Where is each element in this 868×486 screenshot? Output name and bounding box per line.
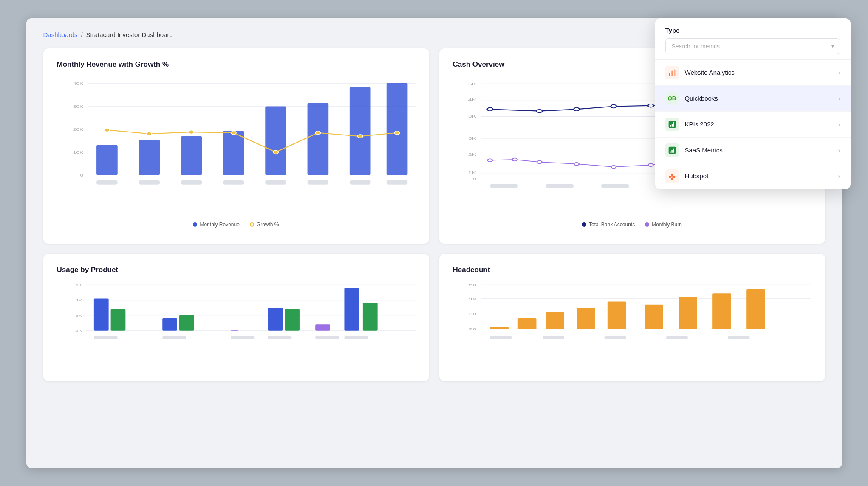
svg-point-20 <box>189 130 194 133</box>
svg-text:30K: 30K <box>73 104 83 108</box>
svg-rect-119 <box>669 73 670 76</box>
dropdown-item-saas-metrics[interactable]: SaaS Metrics › <box>655 138 851 163</box>
svg-point-24 <box>357 134 362 138</box>
svg-text:10K: 10K <box>73 150 83 154</box>
dropdown-item-kpis2022[interactable]: KPIs 2022 › <box>655 112 851 138</box>
svg-rect-127 <box>670 151 671 152</box>
svg-point-59 <box>574 162 579 165</box>
svg-rect-89 <box>344 288 359 330</box>
svg-text:1K: 1K <box>468 170 476 175</box>
breadcrumb-current-page: Stratacard Investor Dashboard <box>86 31 173 38</box>
headcount-title: Headcount <box>453 266 811 274</box>
svg-rect-109 <box>607 301 626 329</box>
svg-rect-92 <box>162 336 186 339</box>
svg-rect-26 <box>96 180 118 184</box>
svg-rect-110 <box>645 304 663 329</box>
svg-point-48 <box>537 109 542 112</box>
svg-rect-87 <box>285 309 300 330</box>
dropdown-type-label: Type <box>665 27 840 34</box>
svg-point-23 <box>315 131 320 134</box>
svg-rect-121 <box>674 69 675 76</box>
svg-text:3K: 3K <box>75 313 82 317</box>
dropdown-item-hubspot[interactable]: Hubspot › <box>655 163 851 189</box>
revenue-dot <box>193 222 197 227</box>
dropdown-item-website-analytics[interactable]: Website Analytics › <box>655 60 851 86</box>
svg-text:3K: 3K <box>468 114 476 118</box>
svg-point-57 <box>512 158 517 161</box>
hubspot-icon <box>665 169 679 183</box>
growth-dot <box>250 222 254 227</box>
revenue-legend-label: Monthly Revenue <box>200 222 239 228</box>
saas-chevron: › <box>838 147 840 154</box>
dropdown-item-quickbooks[interactable]: QB Quickbooks › <box>655 86 851 112</box>
bank-legend-label: Total Bank Accounts <box>589 222 635 228</box>
cash-overview-legend: Total Bank Accounts Monthly Burn <box>453 222 811 228</box>
svg-text:5K: 5K <box>75 283 82 286</box>
svg-rect-124 <box>671 124 673 127</box>
headcount-chart: 50 40 30 20 <box>453 282 811 355</box>
svg-rect-82 <box>110 309 125 330</box>
svg-rect-129 <box>673 148 674 152</box>
monthly-revenue-legend: Monthly Revenue Growth % <box>57 222 416 228</box>
usage-by-product-chart: 5K 4K 3K 2K <box>57 282 416 355</box>
svg-rect-85 <box>231 330 238 330</box>
svg-point-51 <box>648 104 653 107</box>
legend-bank: Total Bank Accounts <box>582 222 635 228</box>
svg-text:20K: 20K <box>73 127 83 131</box>
svg-rect-31 <box>307 180 328 184</box>
svg-rect-105 <box>490 327 509 329</box>
svg-text:2K: 2K <box>75 329 82 332</box>
hubspot-label: Hubspot <box>685 172 838 180</box>
svg-rect-118 <box>728 336 749 339</box>
svg-rect-17 <box>386 82 407 174</box>
monthly-revenue-card: Monthly Revenue with Growth % 40K 30K 20… <box>43 48 429 244</box>
headcount-card: Headcount 50 40 30 20 <box>439 254 825 381</box>
svg-rect-107 <box>546 312 564 329</box>
svg-point-18 <box>104 128 109 132</box>
svg-rect-16 <box>349 87 370 174</box>
svg-text:3K: 3K <box>468 136 476 140</box>
svg-rect-11 <box>139 140 160 175</box>
saas-label: SaaS Metrics <box>685 146 838 154</box>
svg-rect-94 <box>268 336 291 339</box>
svg-rect-111 <box>679 297 697 329</box>
growth-legend-label: Growth % <box>257 222 279 228</box>
svg-rect-108 <box>577 307 595 329</box>
legend-growth: Growth % <box>250 222 279 228</box>
svg-point-50 <box>611 104 616 108</box>
svg-text:2K: 2K <box>468 152 476 157</box>
type-dropdown-panel: Type Search for metrics... ▾ Website Ana… <box>655 18 851 189</box>
breadcrumb-separator: / <box>81 31 82 38</box>
svg-rect-27 <box>139 180 160 184</box>
main-container: Dashboards / Stratacard Investor Dashboa… <box>26 18 842 468</box>
svg-rect-114 <box>490 336 512 339</box>
svg-rect-28 <box>181 180 202 184</box>
breadcrumb-dashboards-link[interactable]: Dashboards <box>43 31 78 38</box>
dropdown-search-button[interactable]: Search for metrics... ▾ <box>665 38 840 54</box>
svg-rect-67 <box>490 184 517 188</box>
svg-text:4K: 4K <box>75 298 82 301</box>
svg-rect-29 <box>223 180 244 184</box>
svg-rect-88 <box>315 324 330 330</box>
svg-text:4K: 4K <box>468 97 476 102</box>
svg-rect-15 <box>307 103 328 175</box>
bank-dot <box>582 222 586 227</box>
svg-text:40K: 40K <box>73 81 83 85</box>
svg-point-58 <box>537 160 542 163</box>
dropdown-items-list: Website Analytics › QB Quickbooks › <box>655 59 851 189</box>
svg-text:50: 50 <box>469 283 476 287</box>
svg-text:5K: 5K <box>468 81 476 86</box>
svg-rect-125 <box>673 122 674 127</box>
svg-text:20: 20 <box>469 327 476 331</box>
usage-by-product-title: Usage by Product <box>57 266 416 274</box>
quickbooks-icon: QB <box>665 92 679 105</box>
svg-rect-12 <box>181 136 202 175</box>
legend-revenue: Monthly Revenue <box>193 222 239 228</box>
svg-rect-120 <box>671 70 673 76</box>
svg-rect-113 <box>746 289 765 329</box>
svg-point-60 <box>611 165 616 168</box>
svg-rect-96 <box>344 336 368 339</box>
dropdown-header: Type Search for metrics... ▾ <box>655 18 851 59</box>
legend-burn: Monthly Burn <box>645 222 682 228</box>
svg-rect-13 <box>223 131 244 175</box>
